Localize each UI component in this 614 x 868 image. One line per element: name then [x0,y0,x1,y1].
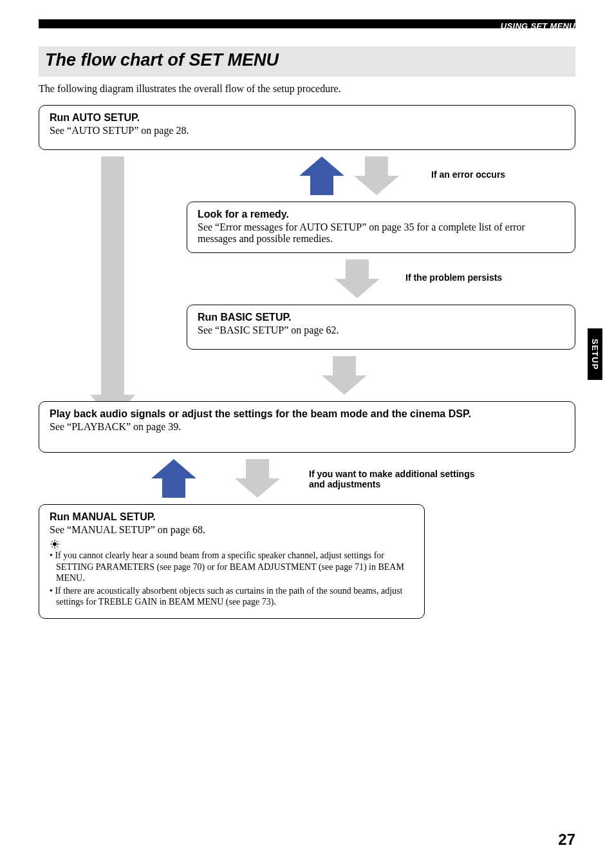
box-auto-setup: Run AUTO SETUP. See “AUTO SETUP” on page… [39,105,575,150]
arrow-down-persists-icon [335,259,380,298]
header-black-bar [39,19,575,28]
tip-icon [50,540,414,549]
box-auto-title: Run AUTO SETUP. [50,112,564,124]
svg-marker-2 [354,156,399,195]
box-manual-text: See “MANUAL SETUP” on page 68. [50,524,414,536]
label-additional-l2: and adjustments [309,479,474,489]
arrow-up-blue-2-icon [151,459,196,498]
box-manual-setup: Run MANUAL SETUP. See “MANUAL SETUP” on … [39,504,425,619]
box-auto-text: See “AUTO SETUP” on page 28. [50,125,564,137]
box-basic-text: See “BASIC SETUP” on page 62. [198,325,564,336]
svg-marker-6 [235,459,280,498]
box-remedy-text: See “Error messages for AUTO SETUP” on p… [198,222,564,245]
tip-item: • If you cannot clearly hear a sound bea… [50,550,414,584]
label-additional: If you want to make additional settings … [309,469,474,489]
svg-marker-3 [335,259,380,298]
tip-item: • If there are acoustically absorbent ob… [50,585,414,608]
side-tab-setup: SETUP [588,328,602,380]
arrow-up-blue-icon [299,156,344,195]
title-band: The flow chart of SET MENU [39,46,575,77]
page-number: 27 [558,831,575,849]
svg-marker-1 [299,156,344,195]
svg-marker-0 [90,156,135,420]
svg-marker-5 [151,459,196,498]
box-playback-title: Play back audio signals or adjust the se… [50,408,564,420]
arrow-down-error-icon [354,156,399,195]
arrow-down-additional-icon [235,459,280,498]
box-basic-title: Run BASIC SETUP. [198,312,564,323]
label-if-error: If an error occurs [431,169,505,180]
box-playback: Play back audio signals or adjust the se… [39,401,575,453]
box-basic-setup: Run BASIC SETUP. See “BASIC SETUP” on pa… [187,305,575,350]
svg-line-12 [51,541,53,542]
svg-line-14 [57,541,58,542]
box-manual-title: Run MANUAL SETUP. [50,511,414,523]
intro-text: The following diagram illustrates the ov… [39,83,575,95]
page: USING SET MENU The flow chart of SET MEN… [0,0,614,868]
page-title: The flow chart of SET MENU [45,50,569,70]
arrow-down-long-icon [90,156,135,420]
box-manual-tips: • If you cannot clearly hear a sound bea… [50,550,414,608]
flowchart: Run AUTO SETUP. See “AUTO SETUP” on page… [39,105,575,672]
arrow-down-basic-icon [322,356,367,395]
box-remedy-title: Look for a remedy. [198,209,564,220]
svg-line-15 [51,546,53,547]
box-playback-text: See “PLAYBACK” on page 39. [50,421,564,433]
header-section-label: USING SET MENU [501,21,575,31]
svg-line-13 [57,546,58,547]
label-if-persists: If the problem persists [405,272,502,283]
svg-marker-4 [322,356,367,395]
box-remedy: Look for a remedy. See “Error messages f… [187,202,575,253]
label-additional-l1: If you want to make additional settings [309,469,474,479]
svg-point-7 [53,543,57,546]
